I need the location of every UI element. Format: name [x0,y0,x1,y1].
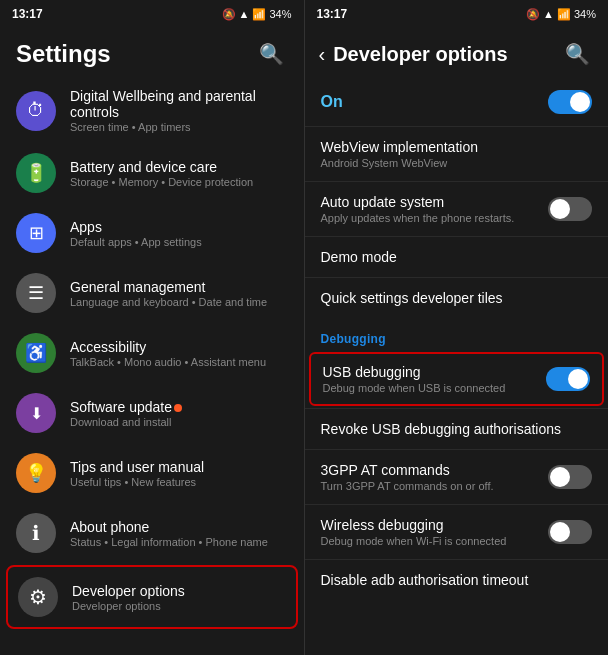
general-icon: ☰ [16,273,56,313]
dev-item-3gpp[interactable]: 3GPP AT commands Turn 3GPP AT commands o… [305,450,609,504]
dev-item-quick-settings[interactable]: Quick settings developer tiles [305,278,609,318]
3gpp-sub: Turn 3GPP AT commands on or off. [321,480,549,492]
left-status-icons: 🔕 ▲ 📶 34% [222,8,292,21]
back-button[interactable]: ‹ [319,43,326,66]
left-time: 13:17 [12,7,43,21]
wireless-debugging-toggle[interactable] [548,520,592,544]
battery-name: Battery and device care [70,159,288,175]
general-name: General management [70,279,288,295]
webview-sub: Android System WebView [321,157,593,169]
wireless-debugging-sub: Debug mode when Wi-Fi is connected [321,535,549,547]
dev-item-auto-update[interactable]: Auto update system Apply updates when th… [305,182,609,236]
developer-options-toggle[interactable] [548,90,592,114]
signal-icon: 📶 [252,8,266,21]
general-sub: Language and keyboard • Date and time [70,296,288,308]
dev-item-adb-timeout[interactable]: Disable adb authorisation timeout [305,560,609,600]
right-battery-text: 34% [574,8,596,20]
3gpp-toggle[interactable] [548,465,592,489]
settings-search-button[interactable]: 🔍 [255,38,288,70]
dev-item-demo-mode[interactable]: Demo mode [305,237,609,277]
software-icon: ⬇ [16,393,56,433]
developer-name: Developer options [72,583,286,599]
wifi-icon: ▲ [239,8,250,20]
settings-title: Settings [16,40,111,68]
auto-update-sub: Apply updates when the phone restarts. [321,212,549,224]
dev-item-webview[interactable]: WebView implementation Android System We… [305,127,609,181]
accessibility-name: Accessibility [70,339,288,355]
settings-item-about[interactable]: ℹ About phone Status • Legal information… [0,503,304,563]
dev-item-usb-debugging[interactable]: USB debugging Debug mode when USB is con… [309,352,605,406]
right-status-icons: 🔕 ▲ 📶 34% [526,8,596,21]
dev-options-title: Developer options [333,43,507,66]
dev-options-content: On WebView implementation Android System… [305,78,609,655]
software-name: Software update [70,399,288,415]
settings-item-general[interactable]: ☰ General management Language and keyboa… [0,263,304,323]
dev-item-wireless-debugging[interactable]: Wireless debugging Debug mode when Wi-Fi… [305,505,609,559]
notification-icon: 🔕 [222,8,236,21]
right-wifi-icon: ▲ [543,8,554,20]
developer-sub: Developer options [72,600,286,612]
settings-item-battery[interactable]: 🔋 Battery and device care Storage • Memo… [0,143,304,203]
dev-search-button[interactable]: 🔍 [561,38,594,70]
settings-item-apps[interactable]: ⊞ Apps Default apps • App settings [0,203,304,263]
right-notif-icon: 🔕 [526,8,540,21]
battery-icon: 34% [269,8,291,20]
settings-item-digital-wellbeing[interactable]: ⏱ Digital Wellbeing and parental control… [0,78,304,143]
digital-wellbeing-icon: ⏱ [16,91,56,131]
tips-name: Tips and user manual [70,459,288,475]
settings-item-software[interactable]: ⬇ Software update Download and install [0,383,304,443]
adb-timeout-name: Disable adb authorisation timeout [321,572,593,588]
battery-sub: Storage • Memory • Device protection [70,176,288,188]
settings-item-developer[interactable]: ⚙ Developer options Developer options [6,565,298,629]
tips-icon: 💡 [16,453,56,493]
usb-debugging-toggle[interactable] [546,367,590,391]
left-status-bar: 13:17 🔕 ▲ 📶 34% [0,0,304,28]
software-notif-dot [174,404,182,412]
settings-item-tips[interactable]: 💡 Tips and user manual Useful tips • New… [0,443,304,503]
settings-header: Settings 🔍 [0,28,304,78]
digital-wellbeing-sub: Screen time • App timers [70,121,288,133]
debugging-section-label: Debugging [305,318,609,350]
revoke-usb-name: Revoke USB debugging authorisations [321,421,593,437]
dev-item-revoke-usb[interactable]: Revoke USB debugging authorisations [305,409,609,449]
software-sub: Download and install [70,416,288,428]
3gpp-name: 3GPP AT commands [321,462,549,478]
right-status-bar: 13:17 🔕 ▲ 📶 34% [305,0,609,28]
tips-sub: Useful tips • New features [70,476,288,488]
left-panel: 13:17 🔕 ▲ 📶 34% Settings 🔍 ⏱ Digital Wel… [0,0,304,655]
on-toggle-row[interactable]: On [305,78,609,126]
right-signal-icon: 📶 [557,8,571,21]
battery-icon-circle: 🔋 [16,153,56,193]
about-name: About phone [70,519,288,535]
right-panel: 13:17 🔕 ▲ 📶 34% ‹ Developer options 🔍 On… [305,0,609,655]
usb-debugging-name: USB debugging [323,364,547,380]
settings-list: ⏱ Digital Wellbeing and parental control… [0,78,304,655]
usb-debugging-sub: Debug mode when USB is connected [323,382,547,394]
apps-icon: ⊞ [16,213,56,253]
dev-options-header: ‹ Developer options 🔍 [305,28,609,78]
accessibility-sub: TalkBack • Mono audio • Assistant menu [70,356,288,368]
auto-update-toggle[interactable] [548,197,592,221]
about-sub: Status • Legal information • Phone name [70,536,288,548]
wireless-debugging-name: Wireless debugging [321,517,549,533]
quick-settings-name: Quick settings developer tiles [321,290,593,306]
about-icon: ℹ [16,513,56,553]
settings-item-accessibility[interactable]: ♿ Accessibility TalkBack • Mono audio • … [0,323,304,383]
digital-wellbeing-name: Digital Wellbeing and parental controls [70,88,288,120]
demo-mode-name: Demo mode [321,249,593,265]
developer-icon: ⚙ [18,577,58,617]
apps-name: Apps [70,219,288,235]
apps-sub: Default apps • App settings [70,236,288,248]
webview-name: WebView implementation [321,139,593,155]
accessibility-icon: ♿ [16,333,56,373]
auto-update-name: Auto update system [321,194,549,210]
right-time: 13:17 [317,7,348,21]
on-label: On [321,93,343,111]
